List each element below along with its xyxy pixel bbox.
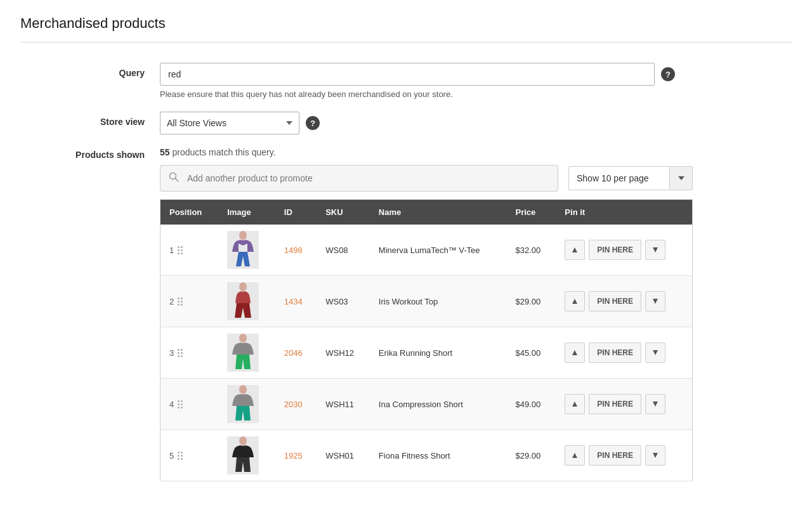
cell-price-2: $29.00 [507,276,556,327]
drag-handle-3[interactable] [178,349,183,357]
product-search-input[interactable] [160,165,558,192]
arrow-down-icon [652,247,658,253]
drag-handle-1[interactable] [178,246,183,254]
position-number-2: 2 [169,297,174,306]
cell-pin-3: PIN HERE [556,327,692,379]
arrow-up-icon [572,298,578,304]
title-divider [20,42,792,42]
cell-price-3: $45.00 [507,327,556,379]
cell-name-1: Minerva LumaTech™ V-Tee [370,225,507,276]
cell-image-4 [218,379,275,430]
pin-here-button-4[interactable]: PIN HERE [589,394,641,414]
cell-price-4: $49.00 [507,379,556,430]
cell-pin-2: PIN HERE [556,276,692,327]
cell-sku-1: WS08 [317,225,370,276]
products-count-number: 55 [160,147,170,157]
product-id-link-2[interactable]: 1434 [284,297,303,306]
cell-id-5: 1925 [275,430,317,481]
position-number-3: 3 [169,348,174,358]
cell-position-5: 5 [160,430,219,481]
table-row: 2 1434 WS03 Iris Workout Top $29.00 [160,276,693,327]
cell-id-4: 2030 [275,379,317,430]
col-name: Name [370,200,507,225]
query-help-icon[interactable]: ? [661,67,675,81]
drag-handle-4[interactable] [178,400,183,408]
store-view-help-icon[interactable]: ? [306,116,320,130]
pin-up-button-4[interactable] [565,394,585,414]
pin-here-button-5[interactable]: PIN HERE [589,445,641,466]
col-sku: SKU [317,200,370,225]
table-row: 5 1925 WSH01 Fiona Fitness Short $29.00 [160,430,693,481]
cell-id-1: 1498 [275,225,317,276]
svg-point-4 [239,334,247,343]
drag-handle-5[interactable] [178,452,183,460]
table-header-row: Position Image ID SKU Name Price Pin it [160,200,693,225]
arrow-down-icon [652,349,658,356]
arrow-down-icon [652,452,658,459]
pin-here-button-1[interactable]: PIN HERE [589,240,641,260]
arrow-up-icon [572,349,578,356]
pin-down-button-3[interactable] [645,343,665,363]
products-shown-row: Products shown 55 products match this qu… [20,147,792,481]
cell-id-2: 1434 [275,276,317,327]
query-control-wrap: ? Please ensure that this query has not … [160,63,792,99]
cell-image-2 [218,276,275,327]
products-shown-content: 55 products match this query. Show 10 pe… [160,147,792,481]
pin-down-button-1[interactable] [645,240,665,260]
arrow-up-icon [572,452,578,459]
query-input[interactable] [160,63,655,86]
cell-sku-3: WSH12 [317,327,370,379]
cell-image-5 [218,430,275,481]
pagination-select[interactable]: Show 10 per page Show 20 per page Show 5… [568,166,670,190]
search-icon [169,172,179,185]
product-thumbnail-5 [227,436,259,474]
cell-sku-2: WS03 [317,276,370,327]
pin-up-button-5[interactable] [565,445,585,466]
svg-point-5 [239,385,247,394]
product-id-link-1[interactable]: 1498 [284,245,303,255]
position-number-4: 4 [169,400,174,409]
product-search-wrap [160,165,558,192]
store-view-row: Store view All Store Views Default Store… [20,112,792,134]
arrow-up-icon [572,401,578,407]
product-thumbnail-2 [227,282,259,320]
pin-up-button-2[interactable] [565,291,585,311]
pin-down-button-5[interactable] [645,445,665,466]
arrow-down-icon [652,401,658,407]
cell-image-1 [218,225,275,276]
products-count-suffix: products match this query. [170,147,276,157]
drag-handle-2[interactable] [178,297,183,306]
pagination-dropdown-button[interactable] [670,166,693,190]
pin-down-button-4[interactable] [645,394,665,414]
cell-sku-4: WSH11 [317,379,370,430]
pin-here-button-2[interactable]: PIN HERE [589,291,641,311]
table-row: 3 2046 WSH12 Erika Running Short $45.00 [160,327,693,379]
position-number-5: 5 [169,451,174,460]
position-number-1: 1 [169,245,174,255]
pin-controls-1: PIN HERE [565,240,683,260]
search-and-pagination: Show 10 per page Show 20 per page Show 5… [160,165,693,192]
pin-controls-2: PIN HERE [565,291,683,311]
col-pin: Pin it [556,200,692,225]
product-id-link-5[interactable]: 1925 [284,451,303,460]
store-view-control-wrap: All Store Views Default Store View ? [160,112,320,134]
query-label: Query [20,63,160,78]
store-view-select[interactable]: All Store Views Default Store View [160,112,299,134]
cell-pin-4: PIN HERE [556,379,692,430]
pin-up-button-3[interactable] [565,343,585,363]
cell-name-5: Fiona Fitness Short [370,430,507,481]
svg-point-6 [239,436,247,445]
cell-name-3: Erika Running Short [370,327,507,379]
pin-here-button-3[interactable]: PIN HERE [589,343,641,363]
arrow-down-icon [652,298,658,304]
products-shown-label: Products shown [20,147,160,160]
pin-up-button-1[interactable] [565,240,585,260]
table-body: 1 1498 WS08 Minerva LumaTech™ V-Tee $32.… [160,225,693,481]
product-id-link-3[interactable]: 2046 [284,348,303,358]
product-thumbnail-4 [227,385,259,423]
table-header: Position Image ID SKU Name Price Pin it [160,200,693,225]
product-id-link-4[interactable]: 2030 [284,400,303,409]
pin-down-button-2[interactable] [645,291,665,311]
pin-controls-5: PIN HERE [565,445,683,466]
query-row: Query ? Please ensure that this query ha… [20,63,792,99]
